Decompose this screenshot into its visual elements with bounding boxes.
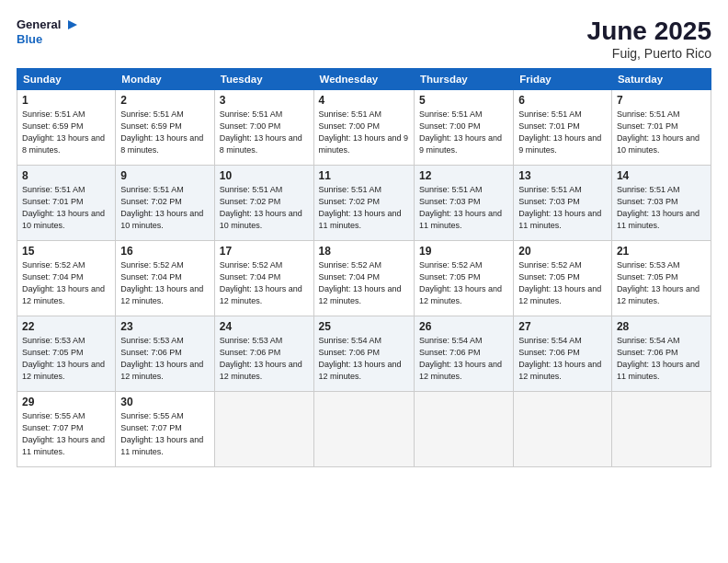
daylight-label: Daylight: 13 hours and 8 minutes. bbox=[220, 133, 302, 155]
day-cell: 29 Sunrise: 5:55 AM Sunset: 7:07 PM Dayl… bbox=[17, 392, 116, 467]
col-thursday: Thursday bbox=[414, 69, 513, 90]
logo-triangle-icon bbox=[63, 17, 79, 33]
sunset-label: Sunset: 7:06 PM bbox=[220, 348, 281, 357]
day-number: 12 bbox=[419, 169, 508, 182]
day-number: 26 bbox=[419, 320, 508, 333]
daylight-label: Daylight: 13 hours and 12 minutes. bbox=[419, 284, 502, 305]
sunrise-label: Sunrise: 5:53 AM bbox=[22, 336, 85, 345]
day-info: Sunrise: 5:54 AM Sunset: 7:06 PM Dayligh… bbox=[617, 335, 706, 383]
day-info: Sunrise: 5:54 AM Sunset: 7:06 PM Dayligh… bbox=[319, 335, 409, 383]
sunrise-label: Sunrise: 5:52 AM bbox=[518, 260, 582, 270]
day-number: 3 bbox=[220, 94, 309, 107]
day-number: 4 bbox=[319, 94, 409, 107]
day-info: Sunrise: 5:52 AM Sunset: 7:05 PM Dayligh… bbox=[419, 259, 508, 307]
day-info: Sunrise: 5:55 AM Sunset: 7:07 PM Dayligh… bbox=[22, 410, 110, 458]
daylight-label: Daylight: 13 hours and 11 minutes. bbox=[518, 209, 601, 230]
calendar-table: Sunday Monday Tuesday Wednesday Thursday… bbox=[17, 68, 711, 467]
sunrise-label: Sunrise: 5:51 AM bbox=[419, 109, 483, 119]
sunset-label: Sunset: 7:00 PM bbox=[220, 121, 281, 131]
day-cell: 26 Sunrise: 5:54 AM Sunset: 7:06 PM Dayl… bbox=[414, 316, 513, 392]
day-info: Sunrise: 5:51 AM Sunset: 7:02 PM Dayligh… bbox=[319, 184, 409, 232]
daylight-label: Daylight: 13 hours and 11 minutes. bbox=[120, 435, 203, 456]
day-cell: 3 Sunrise: 5:51 AM Sunset: 7:00 PM Dayli… bbox=[214, 90, 313, 166]
day-info: Sunrise: 5:52 AM Sunset: 7:04 PM Dayligh… bbox=[120, 259, 209, 307]
day-number: 22 bbox=[22, 320, 110, 333]
day-cell: 15 Sunrise: 5:52 AM Sunset: 7:04 PM Dayl… bbox=[17, 241, 116, 316]
day-cell: 24 Sunrise: 5:53 AM Sunset: 7:06 PM Dayl… bbox=[214, 316, 313, 392]
day-cell: 14 Sunrise: 5:51 AM Sunset: 7:03 PM Dayl… bbox=[611, 166, 711, 241]
day-cell: 4 Sunrise: 5:51 AM Sunset: 7:00 PM Dayli… bbox=[313, 90, 414, 166]
day-info: Sunrise: 5:52 AM Sunset: 7:05 PM Dayligh… bbox=[518, 259, 607, 307]
day-number: 27 bbox=[518, 320, 607, 333]
sunset-label: Sunset: 7:06 PM bbox=[419, 348, 481, 357]
sunrise-label: Sunrise: 5:51 AM bbox=[120, 109, 184, 119]
sunset-label: Sunset: 7:07 PM bbox=[120, 423, 182, 432]
day-cell: 6 Sunrise: 5:51 AM Sunset: 7:01 PM Dayli… bbox=[514, 90, 612, 166]
sunrise-label: Sunrise: 5:51 AM bbox=[518, 185, 582, 194]
sunrise-label: Sunrise: 5:51 AM bbox=[22, 185, 85, 194]
logo-blue: Blue bbox=[17, 33, 79, 46]
week-row-4: 22 Sunrise: 5:53 AM Sunset: 7:05 PM Dayl… bbox=[17, 316, 711, 392]
daylight-label: Daylight: 13 hours and 11 minutes. bbox=[617, 209, 700, 230]
logo-general: General bbox=[17, 18, 61, 31]
daylight-label: Daylight: 13 hours and 12 minutes. bbox=[319, 360, 402, 381]
day-info: Sunrise: 5:54 AM Sunset: 7:06 PM Dayligh… bbox=[518, 335, 607, 383]
day-info: Sunrise: 5:51 AM Sunset: 7:03 PM Dayligh… bbox=[419, 184, 508, 232]
sunset-label: Sunset: 7:04 PM bbox=[22, 272, 84, 282]
day-cell: 5 Sunrise: 5:51 AM Sunset: 7:00 PM Dayli… bbox=[414, 90, 513, 166]
header-row: Sunday Monday Tuesday Wednesday Thursday… bbox=[17, 69, 711, 90]
daylight-label: Daylight: 13 hours and 11 minutes. bbox=[617, 360, 700, 381]
day-info: Sunrise: 5:53 AM Sunset: 7:05 PM Dayligh… bbox=[617, 259, 706, 307]
week-row-2: 8 Sunrise: 5:51 AM Sunset: 7:01 PM Dayli… bbox=[17, 166, 711, 241]
daylight-label: Daylight: 13 hours and 10 minutes. bbox=[22, 209, 105, 230]
daylight-label: Daylight: 13 hours and 11 minutes. bbox=[22, 435, 105, 456]
day-info: Sunrise: 5:51 AM Sunset: 7:01 PM Dayligh… bbox=[22, 184, 110, 232]
day-cell: 11 Sunrise: 5:51 AM Sunset: 7:02 PM Dayl… bbox=[313, 166, 414, 241]
daylight-label: Daylight: 13 hours and 12 minutes. bbox=[220, 284, 302, 305]
day-info: Sunrise: 5:52 AM Sunset: 7:04 PM Dayligh… bbox=[22, 259, 110, 307]
day-info: Sunrise: 5:52 AM Sunset: 7:04 PM Dayligh… bbox=[319, 259, 409, 307]
sunset-label: Sunset: 7:06 PM bbox=[120, 348, 182, 357]
sunset-label: Sunset: 7:05 PM bbox=[22, 348, 84, 357]
day-info: Sunrise: 5:51 AM Sunset: 6:59 PM Dayligh… bbox=[120, 109, 209, 156]
sunset-label: Sunset: 7:06 PM bbox=[319, 348, 381, 357]
day-number: 2 bbox=[120, 94, 209, 107]
col-sunday: Sunday bbox=[17, 69, 116, 90]
day-cell: 9 Sunrise: 5:51 AM Sunset: 7:02 PM Dayli… bbox=[116, 166, 214, 241]
day-cell: 1 Sunrise: 5:51 AM Sunset: 6:59 PM Dayli… bbox=[17, 90, 116, 166]
daylight-label: Daylight: 13 hours and 11 minutes. bbox=[319, 209, 402, 230]
sunrise-label: Sunrise: 5:51 AM bbox=[319, 109, 382, 119]
title-block: June 2025 Fuig, Puerto Rico bbox=[587, 17, 711, 61]
day-number: 9 bbox=[120, 169, 209, 182]
day-number: 7 bbox=[617, 94, 706, 107]
day-cell: 23 Sunrise: 5:53 AM Sunset: 7:06 PM Dayl… bbox=[116, 316, 214, 392]
day-number: 21 bbox=[617, 245, 706, 258]
sunrise-label: Sunrise: 5:54 AM bbox=[518, 336, 582, 345]
day-cell bbox=[414, 392, 513, 467]
header: General Blue June 2025 Fuig, Puerto Rico bbox=[17, 17, 711, 61]
daylight-label: Daylight: 13 hours and 12 minutes. bbox=[419, 360, 502, 381]
day-number: 24 bbox=[220, 320, 309, 333]
sunrise-label: Sunrise: 5:52 AM bbox=[220, 260, 283, 270]
daylight-label: Daylight: 13 hours and 12 minutes. bbox=[617, 284, 700, 305]
day-info: Sunrise: 5:52 AM Sunset: 7:04 PM Dayligh… bbox=[220, 259, 309, 307]
sunrise-label: Sunrise: 5:51 AM bbox=[419, 185, 483, 194]
day-number: 10 bbox=[220, 169, 309, 182]
day-cell: 27 Sunrise: 5:54 AM Sunset: 7:06 PM Dayl… bbox=[514, 316, 612, 392]
day-cell: 22 Sunrise: 5:53 AM Sunset: 7:05 PM Dayl… bbox=[17, 316, 116, 392]
day-number: 19 bbox=[419, 245, 508, 258]
calendar-subtitle: Fuig, Puerto Rico bbox=[587, 46, 711, 61]
sunset-label: Sunset: 7:06 PM bbox=[617, 348, 678, 357]
sunset-label: Sunset: 7:03 PM bbox=[419, 197, 481, 206]
day-cell: 25 Sunrise: 5:54 AM Sunset: 7:06 PM Dayl… bbox=[313, 316, 414, 392]
day-number: 17 bbox=[220, 245, 309, 258]
sunset-label: Sunset: 7:07 PM bbox=[22, 423, 84, 432]
daylight-label: Daylight: 13 hours and 9 minutes. bbox=[518, 133, 601, 155]
daylight-label: Daylight: 13 hours and 9 minutes. bbox=[419, 133, 502, 155]
sunset-label: Sunset: 7:04 PM bbox=[319, 272, 381, 282]
day-info: Sunrise: 5:51 AM Sunset: 7:00 PM Dayligh… bbox=[319, 109, 409, 156]
logo: General Blue bbox=[17, 17, 79, 46]
day-cell bbox=[514, 392, 612, 467]
daylight-label: Daylight: 13 hours and 12 minutes. bbox=[319, 284, 402, 305]
sunrise-label: Sunrise: 5:52 AM bbox=[319, 260, 382, 270]
